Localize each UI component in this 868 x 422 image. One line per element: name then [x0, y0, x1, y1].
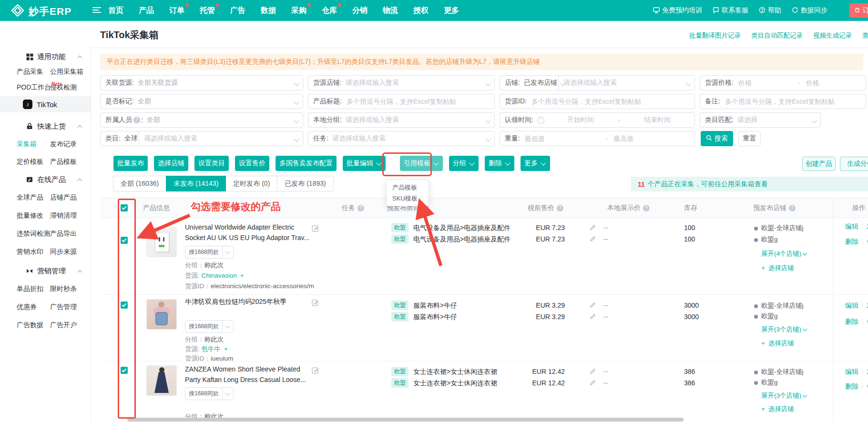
record-link[interactable]: 批量翻译图片记录: [689, 31, 741, 40]
product-image[interactable]: [146, 227, 177, 257]
expand-shops-link[interactable]: 展开(3个店铺): [761, 392, 807, 400]
expand-shops-link[interactable]: 展开(4个店铺): [761, 250, 807, 258]
subscribe-button[interactable]: 订: [849, 3, 868, 18]
nav-item[interactable]: 物流: [383, 6, 398, 16]
toolbar-button[interactable]: 分组: [449, 156, 479, 171]
product-image[interactable]: [146, 365, 177, 396]
collapse-icon[interactable]: [78, 125, 82, 130]
nav-item[interactable]: 更多: [444, 6, 459, 16]
sidebar-group-common[interactable]: 通用功能: [0, 50, 91, 64]
add-source-icon[interactable]: +: [240, 272, 244, 279]
sidebar-item[interactable]: 定价模板: [17, 153, 50, 171]
row-checkbox[interactable]: [121, 367, 128, 374]
expand-shops-link[interactable]: 展开(3个店铺): [761, 325, 807, 334]
nav-item[interactable]: 数据: [261, 6, 276, 16]
edit-price-icon[interactable]: [590, 235, 596, 244]
filter-associated-source-select[interactable]: 关联货源: 全部关联货源: [100, 75, 303, 90]
add-source-icon[interactable]: +: [224, 345, 228, 352]
select-shop-link[interactable]: + 选择店铺: [761, 405, 794, 413]
nav-item[interactable]: 采购: [291, 6, 306, 16]
edit-title-icon[interactable]: [312, 367, 319, 376]
nav-item[interactable]: 仓库: [322, 6, 337, 16]
nav-item[interactable]: 托管: [200, 6, 215, 16]
toolbar-button[interactable]: 更多: [521, 156, 550, 171]
sidebar-group-quick-listing[interactable]: 快速上货: [0, 119, 91, 133]
sidebar-item-tiktok[interactable]: ♪ TikTok: [0, 96, 91, 112]
collapse-icon[interactable]: [78, 56, 82, 60]
filter-category-match-select[interactable]: 类目匹配: 请选择: [700, 112, 821, 128]
status-tab[interactable]: 已发布 (1893): [277, 176, 333, 191]
weight-min-input[interactable]: [524, 134, 601, 143]
row-operations[interactable]: 删除备: [845, 382, 868, 391]
price-min-input[interactable]: [737, 79, 793, 87]
nav-item[interactable]: 授权: [413, 6, 429, 16]
toolbar-button[interactable]: 设置售价: [235, 156, 269, 171]
filter-weight-range[interactable]: 重量: -: [500, 131, 695, 146]
toolbar-button[interactable]: 选择店铺: [154, 156, 188, 171]
record-link[interactable]: 视频生成记录: [813, 31, 852, 40]
status-tab[interactable]: 全部 (16036): [113, 176, 166, 191]
edit-price-icon[interactable]: [590, 379, 596, 388]
toolbar-button[interactable]: 多国售卖发布配置: [276, 156, 337, 171]
toolbar-button[interactable]: 批量编辑: [343, 156, 386, 171]
nav-item[interactable]: 订单: [169, 6, 184, 16]
reset-button[interactable]: 重置: [738, 131, 761, 146]
sidebar-item[interactable]: 产品模板: [50, 153, 77, 171]
sidebar-item[interactable]: 发布记录: [50, 135, 77, 153]
nav-item[interactable]: 首页: [108, 6, 123, 16]
customer-service-link[interactable]: 联系客服: [713, 6, 748, 15]
filter-remark-input[interactable]: 备注:: [700, 94, 866, 109]
sidebar-item[interactable]: 店铺产品: [50, 189, 77, 207]
product-title[interactable]: 牛津纺双肩包拉链均码2025年秋季: [185, 296, 310, 307]
weight-max-input[interactable]: [613, 134, 690, 143]
filter-local-group-select[interactable]: 本地分组: 请选择或输入搜索: [308, 112, 495, 128]
row-operations[interactable]: 删除备: [845, 238, 868, 246]
edit-price-icon[interactable]: [590, 313, 596, 322]
chevron-down-icon[interactable]: [222, 321, 233, 332]
filter-mark-select[interactable]: 是否标记: 全部: [100, 94, 303, 109]
dropdown-menu-item[interactable]: SKU模板: [387, 193, 429, 204]
edit-title-icon[interactable]: [312, 299, 319, 308]
create-product-button[interactable]: 创建产品: [802, 157, 836, 171]
filter-owner-select[interactable]: 所属人员 ? : 全部: [100, 112, 303, 128]
filter-task-select[interactable]: 任务: 请选择或输入搜索: [308, 131, 495, 146]
filter-claim-time-range[interactable]: 认领时间: 开始时间 - 结束时间: [500, 112, 695, 128]
source-id-input[interactable]: [531, 97, 690, 106]
chevron-down-icon[interactable]: [222, 246, 233, 258]
row-checkbox[interactable]: [121, 237, 128, 244]
filter-source-shop-select[interactable]: 货源店铺: 请选择或输入搜索: [308, 75, 495, 90]
filter-source-price-range[interactable]: 货源价格: -: [700, 75, 866, 90]
chevron-down-icon[interactable]: [222, 388, 233, 400]
sidebar-item[interactable]: 全球产品: [17, 189, 50, 207]
toolbar-button[interactable]: 设置类目: [194, 156, 229, 171]
sidebar-item[interactable]: 公用采集箱: [50, 64, 84, 80]
filter-category-select[interactable]: 类目: 全球 请选择或输入搜索: [100, 131, 303, 146]
generate-distribution-button[interactable]: 生成分销: [840, 157, 868, 171]
edit-title-icon[interactable]: [312, 225, 319, 234]
filter-shop-select[interactable]: 店铺: 已发布店铺 请选择或输入搜索: [500, 75, 695, 90]
dropdown-menu-item[interactable]: 产品模板: [387, 182, 429, 193]
price-max-input[interactable]: [805, 79, 861, 87]
product-title[interactable]: Universal Worldwide Adapter ElectricSock…: [185, 222, 310, 243]
sidebar-item[interactable]: 采集箱: [17, 135, 50, 153]
hamburger-menu-icon[interactable]: [92, 7, 101, 14]
edit-price-icon[interactable]: [590, 368, 596, 376]
horizontal-scrollbar[interactable]: [127, 418, 684, 422]
record-link[interactable]: 类目自动匹配记录: [751, 31, 803, 40]
help-link[interactable]: 帮助: [759, 6, 781, 15]
row-operations[interactable]: 编辑发: [845, 368, 868, 376]
nav-item[interactable]: 分销: [352, 6, 368, 16]
search-1688-button[interactable]: 搜1688同款: [185, 246, 234, 259]
source-link[interactable]: Chinavasion: [202, 272, 237, 279]
search-1688-button[interactable]: 搜1688同款: [185, 387, 234, 400]
sidebar-item[interactable]: POD工作台Beta: [17, 80, 50, 95]
nav-item[interactable]: 产品: [139, 6, 154, 16]
select-all-checkbox[interactable]: [121, 204, 128, 211]
toolbar-button[interactable]: 引用模板: [400, 156, 443, 171]
status-tab[interactable]: 定时发布 (0): [225, 176, 277, 191]
data-sync-link[interactable]: 数据同步: [792, 6, 827, 15]
select-shop-link[interactable]: + 选择店铺: [761, 339, 794, 348]
edit-price-icon[interactable]: [590, 224, 596, 232]
toolbar-button[interactable]: 批量发布: [113, 156, 148, 171]
sidebar-item[interactable]: 产品采集: [17, 64, 50, 80]
